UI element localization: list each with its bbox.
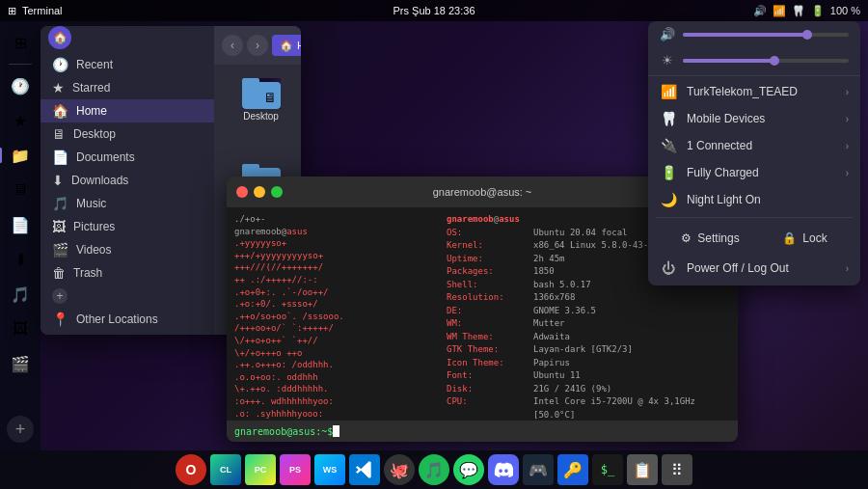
- brightness-slider[interactable]: [683, 59, 849, 63]
- fm-sidebar-pictures[interactable]: 🖼 Pictures: [41, 215, 214, 238]
- fm-sidebar-other-locations[interactable]: 📍 Other Locations: [41, 308, 214, 331]
- taskbar-github[interactable]: 🐙: [384, 454, 415, 485]
- terminal-maximize-button[interactable]: [271, 186, 283, 198]
- terminal-packages-label: Packages:: [447, 265, 533, 279]
- taskbar-terminal[interactable]: $_: [592, 454, 623, 485]
- dock-item-recent[interactable]: 🕐: [5, 70, 36, 101]
- terminal-icon-value: Papirus: [533, 357, 570, 370]
- fm-sidebar-documents[interactable]: 📄 Documents: [41, 146, 214, 169]
- fm-path-bar[interactable]: 🏠 Home ▾: [272, 35, 301, 56]
- taskbar-pycharm[interactable]: PC: [245, 454, 276, 485]
- topbar-terminal-label[interactable]: Terminal: [22, 5, 63, 16]
- tray-battery-item[interactable]: 🔋 Fully Charged ›: [648, 159, 860, 186]
- tray-bluetooth-item[interactable]: 🦷 Mobile Devices ›: [648, 105, 860, 132]
- fm-sidebar-desktop[interactable]: 🖥 Desktop: [41, 122, 214, 146]
- left-dock: ⊞ 🕐 ★ 📁 🖥 📄 ⬇ 🎵 🖼 🎬 +: [0, 21, 41, 450]
- terminal-res-label: Resolution:: [447, 291, 533, 305]
- volume-slider[interactable]: [683, 33, 849, 37]
- taskbar-phpstorm[interactable]: PS: [280, 454, 311, 485]
- dock-item-docs[interactable]: 📄: [5, 209, 36, 240]
- taskbar-clion[interactable]: CL: [210, 454, 241, 485]
- dock-item-starred[interactable]: ★: [5, 105, 36, 136]
- taskbar-webstorm[interactable]: WS: [314, 454, 345, 485]
- tray-power-item[interactable]: 🔌 1 Connected ›: [648, 132, 860, 159]
- dock-add-button[interactable]: +: [7, 416, 34, 443]
- taskbar-spotify[interactable]: 🎵: [419, 454, 449, 485]
- dock-item-downloads[interactable]: ⬇: [5, 244, 36, 275]
- starred-icon: ★: [52, 80, 65, 95]
- tray-lock-button[interactable]: 🔒 Lock: [774, 228, 834, 249]
- fm-sidebar-downloads[interactable]: ⬇ Downloads: [41, 169, 214, 192]
- terminal-cpu-row: CPU: Intel Core i5-7200U @ 4x 3,1GHz [50…: [447, 395, 730, 421]
- taskbar-files[interactable]: 📋: [627, 454, 658, 485]
- fm-sidebar-videos-label: Videos: [76, 243, 111, 257]
- fm-sidebar-starred[interactable]: ★ Starred: [41, 76, 214, 99]
- battery-tray-icon: 🔋: [660, 165, 677, 180]
- dock-item-dash[interactable]: ⊞: [5, 27, 36, 58]
- terminal-hostname: asus: [499, 213, 520, 227]
- fm-sidebar-trash[interactable]: 🗑 Trash: [41, 261, 214, 285]
- tray-lock-label: Lock: [802, 231, 827, 245]
- fm-sidebar: 🏠 🕐 Recent ★ Starred 🏠 Home 🖥 Desktop: [41, 26, 214, 335]
- terminal-ascii-art: ./+o+- gnaremoob@asus .+yyyyyso+ +++/+yy…: [227, 207, 439, 421]
- terminal-kernel-label: Kernel:: [447, 239, 533, 253]
- dock-item-pictures[interactable]: 🖼: [5, 313, 36, 344]
- ascii-line: :o+++. wdhhhhhhyoo:: [234, 395, 431, 408]
- settings-icon: ⚙: [681, 231, 692, 245]
- tray-night-light-item[interactable]: 🌙 Night Light On: [648, 186, 860, 213]
- fm-sidebar-icon: 🏠: [48, 26, 71, 49]
- topbar-battery-icon[interactable]: 🔋: [811, 5, 825, 17]
- tray-power-off-label: Power Off / Log Out: [687, 261, 836, 275]
- terminal-disk-row: Disk: 21G / 241G (9%): [447, 383, 730, 396]
- dock-item-files[interactable]: 📁: [5, 140, 36, 171]
- topbar-network-icon[interactable]: 📶: [773, 5, 786, 17]
- fm-path-label: Home: [297, 40, 301, 51]
- ascii-line: \+/+o+++o ++o: [234, 347, 431, 360]
- tray-power-off-item[interactable]: ⏻ Power Off / Log Out ›: [648, 255, 860, 282]
- tray-bottom-actions: ⚙ Settings 🔒 Lock: [648, 222, 860, 255]
- dock-item-desktop[interactable]: 🖥: [5, 175, 36, 205]
- list-item[interactable]: 🖥 Desktop: [222, 72, 300, 154]
- terminal-title: gnaremoob@asus: ~: [433, 186, 532, 198]
- tray-night-light-label: Night Light On: [687, 193, 849, 206]
- taskbar-steam[interactable]: 🎮: [523, 454, 554, 485]
- topbar-apps-icon[interactable]: ⊞: [8, 5, 16, 17]
- dock-item-music[interactable]: 🎵: [5, 279, 36, 310]
- taskbar-apps-grid[interactable]: ⠿: [662, 454, 692, 485]
- ascii-line: .o.o+oo:. oddhhh: [234, 371, 431, 384]
- fm-sidebar-desktop-label: Desktop: [73, 127, 116, 141]
- pictures-icon: 🖼: [52, 219, 66, 234]
- terminal-minimize-button[interactable]: [254, 186, 265, 198]
- terminal-gtk-row: GTK Theme: Layan-dark [GTK2/3]: [447, 343, 730, 357]
- taskbar-opera[interactable]: O: [176, 454, 206, 485]
- fm-sidebar-trash-label: Trash: [73, 266, 102, 280]
- taskbar-bitwarden[interactable]: 🔑: [557, 454, 588, 485]
- terminal-shell-value: bash 5.0.17: [533, 279, 591, 292]
- documents-icon: 📄: [52, 149, 68, 165]
- taskbar-discord[interactable]: [488, 454, 519, 485]
- terminal-close-button[interactable]: [236, 186, 248, 198]
- fm-sidebar-home[interactable]: 🏠 Home: [41, 99, 214, 122]
- brightness-icon: ☀: [660, 53, 675, 68]
- fm-back-button[interactable]: ‹: [222, 35, 243, 56]
- terminal-cpu-value: Intel Core i5-7200U @ 4x 3,1GHz [50.0°C]: [533, 395, 730, 421]
- fm-sidebar-music[interactable]: 🎵 Music: [41, 192, 214, 215]
- taskbar-whatsapp[interactable]: 💬: [453, 454, 484, 485]
- terminal-gtk-label: GTK Theme:: [447, 343, 533, 357]
- tray-wifi-item[interactable]: 📶 TurkTelekom_TEAED ›: [648, 78, 860, 105]
- fm-sidebar-add-button[interactable]: +: [52, 288, 68, 304]
- folder-icon: 🖥: [242, 78, 281, 109]
- taskbar-vscode[interactable]: [349, 454, 380, 485]
- recent-icon: 🕐: [52, 57, 68, 72]
- topbar-bluetooth-icon[interactable]: 🦷: [792, 5, 805, 17]
- fm-forward-button[interactable]: ›: [247, 35, 268, 56]
- tray-settings-button[interactable]: ⚙ Settings: [673, 228, 746, 249]
- topbar: ⊞ Terminal Prs Şub 18 23:36 🔊 📶 🦷 🔋 100 …: [0, 0, 868, 21]
- tray-battery-label: Fully Charged: [687, 166, 836, 179]
- fm-sidebar-recent[interactable]: 🕐 Recent: [41, 53, 214, 76]
- terminal-username: gnaremoob: [447, 213, 494, 227]
- fm-sidebar-videos[interactable]: 🎬 Videos: [41, 238, 214, 261]
- dock-item-videos[interactable]: 🎬: [5, 348, 36, 379]
- terminal-wm-label: WM:: [447, 317, 533, 331]
- topbar-volume-icon[interactable]: 🔊: [753, 5, 767, 17]
